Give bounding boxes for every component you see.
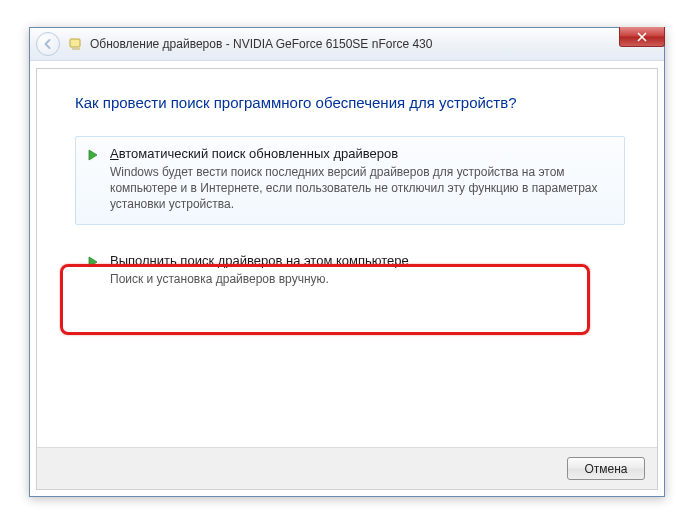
back-button[interactable] [36, 32, 60, 56]
close-icon [637, 32, 647, 42]
option-title: Автоматический поиск обновленных драйвер… [110, 146, 610, 161]
client-area: Как провести поиск программного обеспече… [36, 68, 658, 490]
device-icon [68, 36, 84, 52]
option-manual-search[interactable]: Выполнить поиск драйверов на этом компью… [75, 243, 625, 299]
option-auto-search[interactable]: Автоматический поиск обновленных драйвер… [75, 136, 625, 225]
option-desc: Поиск и установка драйверов вручную. [110, 271, 610, 287]
option-arrow-icon [86, 254, 102, 270]
option-body: Выполнить поиск драйверов на этом компью… [110, 253, 610, 287]
window-title: Обновление драйверов - NVIDIA GeForce 61… [90, 37, 432, 51]
option-desc: Windows будет вести поиск последних верс… [110, 164, 610, 213]
back-arrow-icon [42, 38, 54, 50]
option-title: Выполнить поиск драйверов на этом компью… [110, 253, 610, 268]
footer: Отмена [37, 447, 657, 489]
svg-rect-0 [70, 39, 80, 47]
page-heading: Как провести поиск программного обеспече… [75, 94, 625, 111]
close-button[interactable] [619, 27, 665, 47]
titlebar: Обновление драйверов - NVIDIA GeForce 61… [30, 28, 664, 61]
option-arrow-icon [86, 147, 102, 163]
svg-rect-1 [72, 48, 80, 50]
dialog-window: Обновление драйверов - NVIDIA GeForce 61… [29, 27, 665, 497]
content: Как провести поиск программного обеспече… [37, 69, 657, 327]
cancel-button[interactable]: Отмена [567, 457, 645, 480]
option-body: Автоматический поиск обновленных драйвер… [110, 146, 610, 213]
cancel-label: Отмена [584, 462, 627, 476]
